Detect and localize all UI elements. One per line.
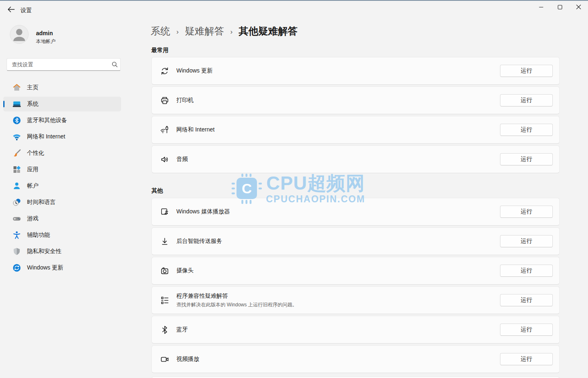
maximize-button[interactable] [550,1,569,13]
row-media-player[interactable]: Windows 媒体播放器 运行 [151,198,560,226]
row-network-internet[interactable]: 网络和 Internet 运行 [151,116,560,144]
row-printer[interactable]: 打印机 运行 [151,86,560,114]
run-button[interactable]: 运行 [500,94,553,106]
network-icon [12,132,21,141]
close-icon [576,5,581,9]
compatibility-icon [159,295,170,306]
sidebar-item-label: Windows 更新 [27,264,63,272]
breadcrumb-system[interactable]: 系统 [151,25,170,38]
run-button[interactable]: 运行 [500,206,553,218]
sidebar-item-system[interactable]: 系统 [3,97,121,111]
sidebar-item-windows-update[interactable]: Windows 更新 [3,260,121,275]
app-title: 设置 [20,7,32,14]
page-title: 其他疑难解答 [239,25,297,38]
watermark-title: CPU超频网 [266,174,365,193]
section-title-most-frequent: 最常用 [151,47,169,54]
run-button[interactable]: 运行 [500,353,553,365]
row-windows-update[interactable]: Windows 更新 运行 [151,57,560,85]
run-button[interactable]: 运行 [500,65,553,77]
profile-name: admin [36,30,53,36]
sidebar-item-label: 网络和 Internet [27,133,65,140]
settings-window: 设置 admin 本地帐户 主页 系统 蓝牙和其他设备 网络和 [0,0,588,378]
camera-icon [159,265,170,276]
row-video-playback[interactable]: 视频播放 运行 [151,345,560,373]
sidebar-item-label: 时间和语言 [27,199,56,206]
printer-icon [159,95,170,106]
close-button[interactable] [569,1,588,13]
run-button[interactable]: 运行 [500,294,553,306]
run-button[interactable]: 运行 [500,265,553,277]
search-box [7,58,121,71]
sidebar-item-personalization[interactable]: 个性化 [3,146,121,161]
row-audio[interactable]: 音频 运行 [151,145,560,173]
search-icon[interactable] [109,61,120,68]
bluetooth-icon [12,116,21,125]
minimize-button[interactable] [532,1,550,13]
apps-icon [12,165,21,174]
minimize-icon [539,5,543,9]
bluetooth-outline-icon [159,324,170,335]
row-label: 音频 [176,156,500,163]
sidebar-item-label: 主页 [27,84,38,91]
svg-text:C: C [242,181,252,196]
sidebar-item-apps[interactable]: 应用 [3,162,121,177]
windows-update-icon [12,263,21,272]
row-label: 摄像头 [176,267,500,274]
run-button[interactable]: 运行 [500,324,553,336]
audio-icon [159,154,170,165]
gaming-icon [12,214,21,223]
sidebar-item-gaming[interactable]: 游戏 [3,211,121,226]
sidebar-item-label: 系统 [27,100,38,108]
row-bits[interactable]: 后台智能传送服务 运行 [151,227,560,255]
network-adapter-icon [159,124,170,135]
sidebar-item-label: 蓝牙和其他设备 [27,117,67,124]
run-button[interactable]: 运行 [500,124,553,136]
home-icon [12,83,21,92]
sidebar-item-label: 隐私和安全性 [27,248,61,255]
media-player-icon [159,206,170,217]
video-playback-icon [159,354,170,364]
row-bluetooth[interactable]: 蓝牙 运行 [151,316,560,344]
breadcrumb-troubleshoot[interactable]: 疑难解答 [185,25,224,38]
row-label: Windows 媒体播放器 [176,208,500,215]
row-label: 后台智能传送服务 [176,238,500,245]
row-label: 视频播放 [176,355,500,363]
sidebar-item-network[interactable]: 网络和 Internet [3,129,121,144]
download-icon [159,236,170,247]
window-top-edge [0,0,588,1]
sidebar-item-label: 应用 [27,166,38,173]
window-controls [532,1,588,13]
sidebar-item-time-language[interactable]: 时间和语言 [3,195,121,210]
row-description: 查找并解决在此版本的 Windows 上运行旧程序的问题。 [176,301,500,308]
row-label: 打印机 [176,97,500,104]
profile-account-type: 本地帐户 [36,38,56,45]
sidebar-item-accessibility[interactable]: 辅助功能 [3,228,121,242]
sidebar-item-label: 个性化 [27,149,44,157]
row-camera[interactable]: 摄像头 运行 [151,257,560,285]
privacy-shield-icon [12,247,21,256]
row-label: 网络和 Internet [176,126,500,134]
breadcrumb-separator: › [176,27,179,36]
back-button[interactable] [6,5,16,15]
run-button[interactable]: 运行 [500,235,553,247]
breadcrumb: 系统 › 疑难解答 › 其他疑难解答 [151,25,297,38]
row-program-compatibility[interactable]: 程序兼容性疑难解答 查找并解决在此版本的 Windows 上运行旧程序的问题。 … [151,286,560,314]
row-label: Windows 更新 [176,67,500,75]
back-arrow-icon [7,7,15,14]
row-partial[interactable] [151,376,560,378]
sync-icon [159,66,170,76]
sidebar-item-label: 帐户 [27,182,38,190]
search-input[interactable] [7,61,109,68]
sidebar-item-privacy-security[interactable]: 隐私和安全性 [3,244,121,259]
time-language-icon [12,198,21,207]
sidebar-item-accounts[interactable]: 帐户 [3,179,121,193]
personalization-icon [12,149,21,158]
sidebar-item-bluetooth-devices[interactable]: 蓝牙和其他设备 [3,113,121,128]
sidebar-item-label: 游戏 [27,215,38,222]
breadcrumb-separator: › [230,27,233,36]
accessibility-icon [12,231,21,240]
sidebar-item-label: 辅助功能 [27,231,50,239]
sidebar-item-home[interactable]: 主页 [3,80,121,95]
row-label: 蓝牙 [176,326,500,333]
run-button[interactable]: 运行 [500,153,553,165]
